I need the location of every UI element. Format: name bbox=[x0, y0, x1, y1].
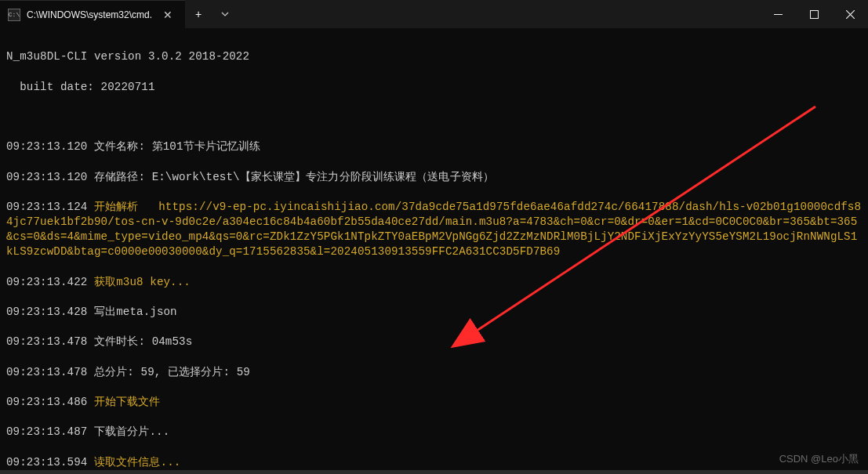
chevron-down-icon bbox=[221, 10, 229, 18]
minimize-icon bbox=[774, 10, 783, 19]
log-first-segment: 09:23:13.487 下载首分片... bbox=[6, 425, 862, 440]
terminal-tab[interactable]: C:\ C:\WINDOWS\system32\cmd. ✕ bbox=[0, 0, 185, 28]
log-get-key: 09:23:13.422 获取m3u8 key... bbox=[6, 275, 862, 290]
tab-close-button[interactable]: ✕ bbox=[158, 7, 177, 23]
maximize-icon bbox=[810, 10, 819, 19]
log-write-meta: 09:23:13.428 写出meta.json bbox=[6, 305, 862, 320]
watermark: CSDN @Leo小黑 bbox=[779, 452, 859, 466]
tab-dropdown-button[interactable] bbox=[212, 10, 238, 18]
titlebar-drag-area[interactable] bbox=[238, 0, 760, 28]
log-filename: 09:23:13.120 文件名称: 第101节卡片记忆训练 bbox=[6, 139, 862, 154]
blank-line bbox=[6, 110, 862, 125]
built-date-line: built date: 20220711 bbox=[6, 80, 862, 95]
log-duration: 09:23:13.478 文件时长: 04m53s bbox=[6, 335, 862, 349]
maximize-button[interactable] bbox=[796, 0, 832, 28]
svg-rect-0 bbox=[774, 14, 783, 15]
tab-title: C:\WINDOWS\system32\cmd. bbox=[27, 9, 152, 20]
log-read-info: 09:23:13.594 读取文件信息... bbox=[6, 455, 862, 470]
svg-rect-1 bbox=[810, 10, 818, 18]
cmd-icon: C:\ bbox=[8, 9, 20, 21]
minimize-button[interactable] bbox=[760, 0, 796, 28]
tab-actions: + bbox=[185, 0, 238, 28]
window-controls bbox=[760, 0, 868, 28]
log-savepath: 09:23:13.120 存储路径: E:\work\test\【家长课堂】专注… bbox=[6, 170, 862, 185]
titlebar: C:\ C:\WINDOWS\system32\cmd. ✕ + bbox=[0, 0, 868, 28]
log-start-download: 09:23:13.486 开始下载文件 bbox=[6, 395, 862, 410]
close-icon bbox=[846, 10, 855, 19]
log-start-parse: 09:23:13.124 开始解析 https://v9-ep-pc.iyinc… bbox=[6, 200, 862, 260]
close-window-button[interactable] bbox=[832, 0, 868, 28]
terminal-output[interactable]: N_m3u8DL-CLI version 3.0.2 2018-2022 bui… bbox=[0, 28, 868, 474]
app-version-line: N_m3u8DL-CLI version 3.0.2 2018-2022 bbox=[6, 49, 862, 64]
log-segments: 09:23:13.478 总分片: 59, 已选择分片: 59 bbox=[6, 365, 862, 380]
new-tab-button[interactable]: + bbox=[185, 8, 212, 20]
bottom-border bbox=[0, 470, 868, 474]
